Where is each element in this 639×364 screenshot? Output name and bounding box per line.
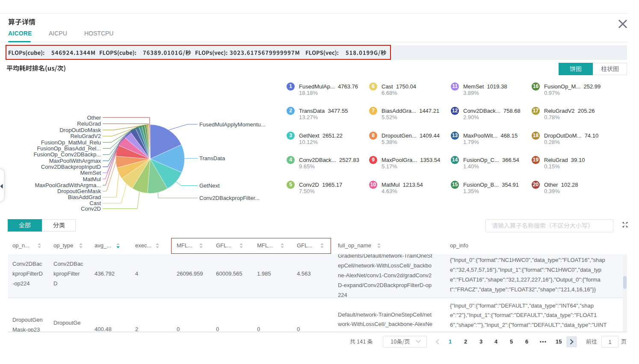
svg-text:FusionOp_Conv2DBackp...: FusionOp_Conv2DBackp... bbox=[33, 151, 101, 158]
svg-text:MatMul: MatMul bbox=[83, 176, 101, 182]
svg-text:FusionOp_MatMul_Relu: FusionOp_MatMul_Relu bbox=[41, 139, 101, 146]
svg-text:ReluGradV2: ReluGradV2 bbox=[70, 133, 101, 139]
svg-text:Conv2D: Conv2D bbox=[81, 205, 101, 212]
svg-text:BiasAddGrad: BiasAddGrad bbox=[68, 194, 101, 200]
svg-text:TransData: TransData bbox=[199, 155, 225, 161]
svg-text:Conv2DBackpropFilter...: Conv2DBackpropFilter... bbox=[199, 195, 260, 201]
svg-text:DropOutDoMask: DropOutDoMask bbox=[59, 127, 101, 133]
svg-text:FusedMulApplyMomentu...: FusedMulApplyMomentu... bbox=[199, 121, 266, 128]
svg-text:GetNext: GetNext bbox=[199, 182, 220, 189]
svg-text:Conv2DBackpropInputD: Conv2DBackpropInputD bbox=[41, 164, 101, 170]
svg-text:ReluGrad: ReluGrad bbox=[77, 120, 101, 127]
svg-text:Other: Other bbox=[87, 114, 101, 121]
svg-text:MaxPoolGradWithArgma...: MaxPoolGradWithArgma... bbox=[35, 182, 101, 188]
svg-text:DropoutGenMask: DropoutGenMask bbox=[57, 188, 101, 194]
svg-text:MaxPoolWithArgmax: MaxPoolWithArgmax bbox=[49, 158, 101, 164]
svg-text:FusionOp_BiasAdd_Rel...: FusionOp_BiasAdd_Rel... bbox=[37, 145, 101, 152]
svg-text:MemSet: MemSet bbox=[80, 170, 101, 176]
